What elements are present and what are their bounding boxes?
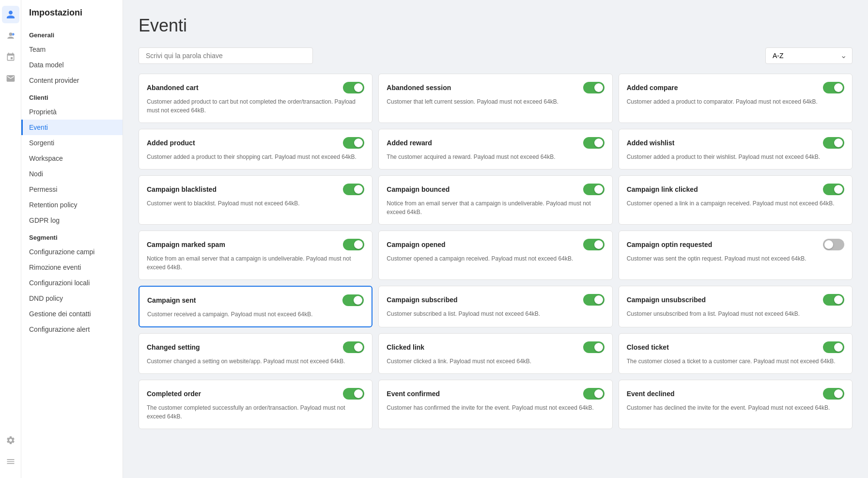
sidebar-item-data-model[interactable]: Data model [21,57,123,73]
sidebar-item-nodi[interactable]: Nodi [21,166,123,182]
event-card-desc: Customer added a product to their shoppi… [147,153,364,161]
event-card-desc: Customer was sent the optin request. Pay… [627,254,844,263]
event-toggle-abandoned-session[interactable] [583,82,604,93]
event-card-campaign-unsubscribed[interactable]: Campaign unsubscribedCustomer unsubscrib… [619,286,852,327]
event-toggle-added-compare[interactable] [823,82,844,93]
sidebar-item-eventi[interactable]: Eventi [21,120,123,135]
toggle-slider [583,388,604,400]
sidebar-item-configurazioni-locali[interactable]: Configurazioni locali [21,275,123,291]
event-toggle-abandoned-cart[interactable] [343,82,364,93]
event-card-desc: The customer acquired a reward. Payload … [387,153,604,161]
toolbar: A-ZZ-A [139,47,852,64]
toggle-slider [823,82,844,93]
event-card-added-product[interactable]: Added productCustomer added a product to… [139,129,372,170]
event-toggle-campaign-subscribed[interactable] [583,294,604,306]
toggle-slider [583,82,604,93]
sidebar-item-dnd-policy[interactable]: DND policy [21,291,123,306]
event-toggle-event-declined[interactable] [823,388,844,400]
event-card-campaign-subscribed[interactable]: Campaign subscribedCustomer subscribed a… [378,286,612,327]
nav-icon-settings[interactable] [2,432,19,449]
event-card-added-wishlist[interactable]: Added wishlistCustomer added a product t… [619,129,852,170]
event-card-header: Abandoned session [387,82,604,93]
icon-rail: + [0,0,21,478]
sidebar-item-team[interactable]: Team [21,42,123,57]
event-card-changed-setting[interactable]: Changed settingCustomer changed a settin… [139,333,372,374]
sidebar-item-proprieta[interactable]: Proprietà [21,104,123,120]
event-card-added-reward[interactable]: Added rewardThe customer acquired a rewa… [378,129,612,170]
event-card-campaign-link-clicked[interactable]: Campaign link clickedCustomer opened a l… [619,175,852,225]
event-card-title: Campaign sent [147,296,196,304]
event-card-header: Added reward [387,137,604,149]
event-toggle-campaign-sent[interactable] [342,294,364,306]
event-card-campaign-blacklisted[interactable]: Campaign blacklistedCustomer went to bla… [139,175,372,225]
event-toggle-campaign-unsubscribed[interactable] [823,294,844,306]
sidebar-item-rimozione-eventi[interactable]: Rimozione eventi [21,260,123,275]
toggle-slider [343,82,364,93]
nav-icon-users[interactable] [2,6,19,23]
nav-icon-list[interactable] [2,453,19,470]
event-card-header: Campaign optin requested [627,239,844,250]
sidebar-title: Impostazioni [21,8,123,26]
event-card-added-compare[interactable]: Added compareCustomer added a product to… [619,74,852,123]
search-input[interactable] [139,47,313,64]
event-card-event-confirmed[interactable]: Event confirmedCustomer has confirmed th… [378,380,612,429]
event-toggle-completed-order[interactable] [343,388,364,400]
event-card-campaign-sent[interactable]: Campaign sentCustomer received a campaig… [139,286,372,327]
event-card-completed-order[interactable]: Completed orderThe customer completed su… [139,380,372,429]
event-toggle-campaign-opened[interactable] [583,239,604,250]
event-card-header: Added product [147,137,364,149]
event-toggle-added-reward[interactable] [583,137,604,149]
event-toggle-campaign-optin-requested[interactable] [823,239,844,250]
sidebar-item-configurazione-alert[interactable]: Configurazione alert [21,322,123,337]
sidebar-item-sorgenti[interactable]: Sorgenti [21,135,123,151]
toggle-slider [583,239,604,250]
event-card-header: Event declined [627,388,844,400]
event-toggle-added-wishlist[interactable] [823,137,844,149]
nav-icon-integrations[interactable] [2,48,19,66]
toggle-slider [343,137,364,149]
nav-icon-person[interactable]: + [2,27,19,45]
event-card-abandoned-session[interactable]: Abandoned sessionCustomer that left curr… [378,74,612,123]
sidebar-item-workspace[interactable]: Workspace [21,151,123,166]
event-card-desc: Customer clicked a link. Payload must no… [387,357,604,366]
event-card-title: Campaign marked spam [147,241,225,248]
sidebar-item-gdpr-log[interactable]: GDPR log [21,213,123,228]
sidebar-item-configurazione-campi[interactable]: Configurazione campi [21,244,123,260]
event-card-event-declined[interactable]: Event declinedCustomer has declined the … [619,380,852,429]
event-toggle-changed-setting[interactable] [343,341,364,353]
event-card-campaign-optin-requested[interactable]: Campaign optin requestedCustomer was sen… [619,231,852,280]
sidebar-item-permessi[interactable]: Permessi [21,182,123,197]
event-card-abandoned-cart[interactable]: Abandoned cartCustomer added product to … [139,74,372,123]
toggle-slider [343,184,364,195]
event-toggle-event-confirmed[interactable] [583,388,604,400]
sidebar-item-content-provider[interactable]: Content provider [21,73,123,88]
sidebar-item-gestione-contatti[interactable]: Gestione dei contatti [21,306,123,322]
event-card-campaign-bounced[interactable]: Campaign bouncedNotice from an email ser… [378,175,612,225]
sidebar-item-retention-policy[interactable]: Retention policy [21,197,123,213]
event-card-campaign-marked-spam[interactable]: Campaign marked spamNotice from an email… [139,231,372,280]
toggle-slider [583,341,604,353]
event-card-title: Added wishlist [627,139,675,147]
event-card-title: Completed order [147,390,201,398]
main-content: Eventi A-ZZ-A Abandoned cartCustomer add… [123,0,868,478]
page-title: Eventi [139,15,852,36]
sidebar-section-label: Clienti [21,88,123,104]
event-card-clicked-link[interactable]: Clicked linkCustomer clicked a link. Pay… [378,333,612,374]
event-card-desc: Notice from an email server that a campa… [387,199,604,216]
event-toggle-campaign-link-clicked[interactable] [823,184,844,195]
event-card-desc: Customer that left current session. Payl… [387,97,604,106]
nav-icon-mail[interactable] [2,70,19,87]
sort-select[interactable]: A-ZZ-A [765,47,852,64]
event-toggle-campaign-marked-spam[interactable] [343,239,364,250]
event-toggle-added-product[interactable] [343,137,364,149]
event-toggle-clicked-link[interactable] [583,341,604,353]
event-card-desc: Customer added a product to comparator. … [627,97,844,106]
event-card-desc: The customer completed successfully an o… [147,403,364,421]
event-card-title: Event declined [627,390,675,398]
event-card-closed-ticket[interactable]: Closed ticketThe customer closed a ticke… [619,333,852,374]
event-toggle-campaign-blacklisted[interactable] [343,184,364,195]
event-toggle-campaign-bounced[interactable] [583,184,604,195]
event-card-title: Closed ticket [627,343,669,351]
event-toggle-closed-ticket[interactable] [823,341,844,353]
event-card-campaign-opened[interactable]: Campaign openedCustomer opened a campaig… [378,231,612,280]
